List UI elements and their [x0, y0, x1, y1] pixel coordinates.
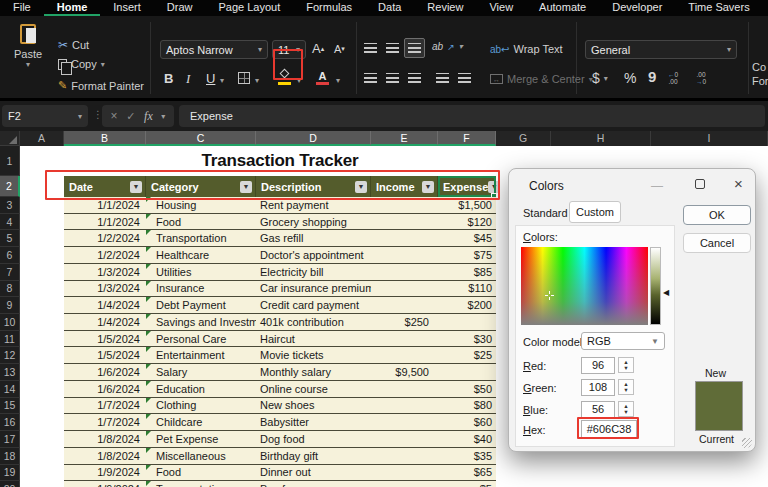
ok-button[interactable]: OK [683, 205, 751, 225]
ribbon-tab-file[interactable]: File [0, 0, 44, 16]
cell-expense[interactable]: $60 [438, 414, 496, 430]
copy-button[interactable]: Copy ▾ [58, 58, 105, 70]
red-input[interactable]: 96 [581, 357, 615, 374]
row-header-10[interactable]: 10 [0, 314, 20, 331]
row-header-14[interactable]: 14 [0, 381, 20, 398]
blue-spinner[interactable]: ▲▼ [618, 401, 634, 417]
number-format-combo[interactable]: General ▾ [585, 40, 737, 59]
cell-date[interactable]: 1/8/2024 [64, 448, 146, 464]
column-header-H[interactable]: H [551, 131, 651, 146]
cell-expense[interactable]: $25 [438, 347, 496, 363]
cell-income[interactable] [371, 481, 438, 487]
format-painter-button[interactable]: ✎ Format Painter [58, 79, 144, 92]
cell-income[interactable] [371, 414, 438, 430]
ribbon-tab-data[interactable]: Data [365, 0, 414, 16]
wrap-text-button[interactable]: ab↩ Wrap Text [490, 43, 563, 55]
green-input[interactable]: 108 [581, 379, 615, 396]
font-name-combo[interactable]: Aptos Narrow ▾ [160, 40, 268, 59]
spin-down-icon[interactable]: ▼ [623, 409, 628, 415]
cell-description[interactable]: Doctor's appointment [256, 247, 371, 263]
row-header-5[interactable]: 5 [0, 230, 20, 247]
cell-date[interactable]: 1/6/2024 [64, 364, 146, 380]
ribbon-tab-developer[interactable]: Developer [599, 0, 675, 16]
cell-category[interactable]: Transportation [146, 481, 256, 487]
column-header-C[interactable]: C [146, 131, 256, 146]
row-header-1[interactable]: 1 [0, 146, 20, 176]
column-header-D[interactable]: D [256, 131, 371, 146]
cell-expense[interactable]: $30 [438, 331, 496, 347]
cell-description[interactable]: Electricity bill [256, 264, 371, 280]
column-header-A[interactable]: A [20, 131, 64, 146]
cell-description[interactable]: Bus fare [256, 481, 371, 487]
merge-center-button[interactable]: ↔ Merge & Center ▾ [490, 73, 593, 85]
slider-arrow-icon[interactable]: ◀ [663, 288, 669, 297]
row-header-18[interactable]: 18 [0, 448, 20, 465]
cell-date[interactable]: 1/7/2024 [64, 398, 146, 414]
ribbon-tab-formulas[interactable]: Formulas [293, 0, 365, 16]
row-header-16[interactable]: 16 [0, 414, 20, 431]
cell-category[interactable]: Miscellaneous [146, 448, 256, 464]
cell-income[interactable] [371, 281, 438, 297]
select-all-button[interactable] [0, 131, 20, 146]
tab-standard[interactable]: Standard [523, 207, 568, 219]
cell-expense[interactable] [438, 314, 496, 330]
underline-button[interactable]: U [206, 71, 215, 86]
cell-description[interactable]: Movie tickets [256, 347, 371, 363]
row-header-11[interactable]: 11 [0, 331, 20, 348]
resize-grip[interactable] [742, 438, 752, 448]
cell-income[interactable] [371, 230, 438, 246]
ribbon-tab-page-layout[interactable]: Page Layout [205, 0, 293, 16]
cell-category[interactable]: Personal Care [146, 331, 256, 347]
ribbon-tab-time-savers[interactable]: Time Savers [675, 0, 762, 16]
italic-button[interactable]: I [186, 71, 190, 87]
spin-down-icon[interactable]: ▼ [623, 365, 628, 371]
row-header-6[interactable]: 6 [0, 247, 20, 264]
confirm-entry-icon[interactable]: ✓ [126, 110, 135, 123]
red-spinner[interactable]: ▲▼ [618, 357, 634, 373]
cell-category[interactable]: Insurance [146, 281, 256, 297]
row-header-8[interactable]: 8 [0, 281, 20, 298]
cell-category[interactable]: Savings and Investme [146, 314, 256, 330]
cell-description[interactable]: 401k contribution [256, 314, 371, 330]
cell-date[interactable]: 1/3/2024 [64, 264, 146, 280]
column-header-F[interactable]: F [438, 131, 496, 146]
bold-button[interactable]: B [164, 71, 173, 86]
name-box[interactable]: F2 ▾ [2, 105, 88, 127]
comma-format-button[interactable]: 9 [648, 68, 656, 85]
ribbon-tab-home[interactable]: Home [44, 0, 101, 16]
ribbon-tab-draw[interactable]: Draw [154, 0, 206, 16]
ribbon-tab-insert[interactable]: Insert [100, 0, 154, 16]
insert-function-icon[interactable]: fx [144, 109, 153, 124]
cell-description[interactable]: Babysitter [256, 414, 371, 430]
spin-down-icon[interactable]: ▼ [623, 387, 628, 393]
cell-category[interactable]: Healthcare [146, 247, 256, 263]
decrease-indent-button[interactable] [436, 73, 449, 83]
cell-income[interactable] [371, 347, 438, 363]
cell-description[interactable]: Birthday gift [256, 448, 371, 464]
cell-expense[interactable]: $120 [438, 214, 496, 230]
cell-date[interactable]: 1/6/2024 [64, 381, 146, 397]
cell-description[interactable]: Car insurance premium [256, 281, 371, 297]
cell-income[interactable] [371, 448, 438, 464]
cell-date[interactable]: 1/3/2024 [64, 281, 146, 297]
blue-input[interactable]: 56 [581, 401, 615, 418]
cell-category[interactable]: Clothing [146, 398, 256, 414]
row-header-12[interactable]: 12 [0, 347, 20, 364]
cut-button[interactable]: ✂ Cut [58, 38, 89, 52]
green-spinner[interactable]: ▲▼ [618, 379, 634, 395]
cell-income[interactable] [371, 264, 438, 280]
color-model-dropdown[interactable]: RGB ▼ [581, 332, 665, 350]
currency-format-button[interactable]: $ ▾ [592, 70, 608, 86]
cell-date[interactable]: 1/5/2024 [64, 331, 146, 347]
cell-date[interactable]: 1/5/2024 [64, 347, 146, 363]
cell-category[interactable]: Food [146, 214, 256, 230]
cell-category[interactable]: Utilities [146, 264, 256, 280]
decrease-decimal-button[interactable]: .00 →0 [696, 71, 706, 85]
column-header-B[interactable]: B [64, 131, 146, 146]
cell-expense[interactable]: $5 [438, 481, 496, 487]
cell-expense[interactable] [438, 364, 496, 380]
cell-expense[interactable]: $40 [438, 431, 496, 447]
cell-category[interactable]: Pet Expense [146, 431, 256, 447]
cell-income[interactable] [371, 398, 438, 414]
increase-font-size-button[interactable]: A▴ [312, 41, 324, 56]
